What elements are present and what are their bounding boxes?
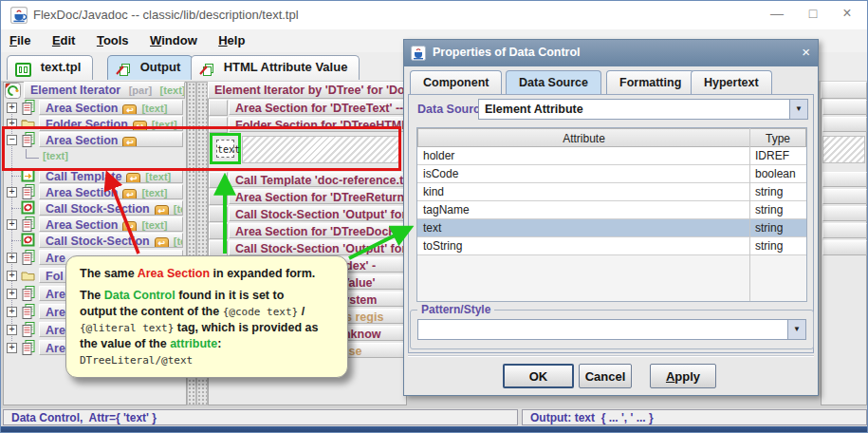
window-bottom-edge xyxy=(1,426,867,433)
expander-icon[interactable]: + xyxy=(7,271,17,281)
expander-icon[interactable]: + xyxy=(7,307,17,317)
close-button[interactable]: × xyxy=(833,5,861,22)
table-row[interactable]: isCodeboolean xyxy=(417,165,806,183)
cancel-button[interactable]: Cancel xyxy=(579,364,632,388)
table-row[interactable]: tagNamestring xyxy=(417,201,806,219)
status-bar: Data Control, Attr={ 'text' } Output: te… xyxy=(1,408,867,426)
expander-icon[interactable]: + xyxy=(7,289,17,299)
menu-file[interactable]: File xyxy=(1,29,39,47)
tree-row[interactable]: Call Stock-Section↩[text] xyxy=(39,200,183,216)
column-header-type[interactable]: Type xyxy=(749,128,806,147)
menu-help[interactable]: Help xyxy=(210,29,253,47)
table-row-selected[interactable]: textstring xyxy=(417,219,806,237)
apply-button[interactable]: Apply xyxy=(650,364,716,388)
table-row[interactable]: kindstring xyxy=(417,183,806,201)
output-row[interactable]: Area Section for 'DTreeReturn' xyxy=(229,189,407,204)
output-row[interactable]: Call Stock-Section 'Output' for ' xyxy=(229,206,407,221)
tree-row-label: Call Stock-Section xyxy=(46,235,150,248)
output-header-label: Element Iterator by 'DTree' for 'Do xyxy=(214,84,405,97)
tree-row[interactable]: Call Stock-Section↩[text] xyxy=(39,233,183,248)
repeat-badge-icon: ↩ xyxy=(122,221,137,232)
area-section-icon xyxy=(21,100,36,115)
tree-row-label: Call Stock-Section xyxy=(46,202,150,216)
tree-header[interactable]: Element Iterator [par] [text] xyxy=(24,82,185,99)
properties-dialog: Properties of Data Control × Component D… xyxy=(403,39,819,396)
callout-line3: output the content of the {@code text} / xyxy=(80,304,336,320)
text-tag: [text] xyxy=(141,103,167,114)
output-row[interactable]: Area Section for 'DTreeText' -- xyxy=(229,100,407,115)
data-control-text-box[interactable]: text xyxy=(216,140,234,158)
tab-text-tpl[interactable]: text.tpl xyxy=(7,55,93,80)
column-header-attribute[interactable]: Attribute xyxy=(417,128,750,147)
tree-row-label: Area Section xyxy=(46,186,118,199)
menu-tools[interactable]: Tools xyxy=(88,29,138,47)
area-section-icon xyxy=(21,322,36,337)
output-row[interactable]: Call Template 'doc-reference.tp xyxy=(229,172,407,187)
expander-icon[interactable]: + xyxy=(7,253,17,263)
output-header[interactable]: Element Iterator by 'DTree' for 'Do xyxy=(208,82,407,99)
pattern-style-combobox[interactable]: ▼ xyxy=(417,319,806,340)
row-handle[interactable] xyxy=(209,172,228,188)
dialog-tab-component[interactable]: Component xyxy=(410,70,502,95)
output-row-label: Call Stock-Section 'Output' for ' xyxy=(235,208,407,221)
call-stock-section-icon xyxy=(21,200,35,215)
tree-row[interactable]: Area Section↩[text] xyxy=(39,100,183,115)
tree-row-label: Are xyxy=(46,306,65,319)
dialog-tab-formatting[interactable]: Formatting xyxy=(606,70,694,95)
attribute-panel-row xyxy=(822,206,867,221)
row-handle[interactable] xyxy=(209,189,228,205)
table-row[interactable]: holderIDREF xyxy=(417,147,806,165)
folder-icon xyxy=(21,269,36,282)
expander-icon[interactable]: + xyxy=(7,187,17,198)
chevron-down-icon[interactable]: ▼ xyxy=(789,100,807,119)
row-handle[interactable] xyxy=(209,223,228,239)
callout-code: {@literal text} xyxy=(80,322,174,334)
area-section-icon xyxy=(21,340,36,355)
callout-green-term: attribute xyxy=(170,337,217,350)
expander-icon[interactable]: + xyxy=(7,219,17,230)
maximize-button[interactable]: □ xyxy=(799,6,827,21)
tree-header-title: Element Iterator xyxy=(30,84,120,97)
output-row[interactable]: Call Stock-Section 'Output' for ' xyxy=(229,240,407,255)
output-row-label: Area Section for 'DTreeDocRo xyxy=(235,225,404,238)
app-window: FlexDoc/Javadoc -- classic/lib/descripti… xyxy=(0,0,868,433)
dialog-title-bar: Properties of Data Control × xyxy=(404,40,818,66)
output-row-label: Area Section for 'DTreeReturn' xyxy=(235,191,407,204)
attribute-panel-row xyxy=(822,189,867,204)
attribute-panel-row xyxy=(822,172,867,187)
table-row[interactable]: toStringstring xyxy=(417,237,806,255)
tree-line xyxy=(11,208,21,210)
expander-icon[interactable]: + xyxy=(7,103,17,113)
selected-data-control[interactable]: text xyxy=(210,133,241,164)
tab-html-attribute-value[interactable]: HTML Attribute Value xyxy=(191,55,360,80)
tree-row-label: Area Section xyxy=(46,102,118,115)
text-tag: [text] xyxy=(145,171,171,182)
dialog-tab-data-source[interactable]: Data Source xyxy=(506,70,601,95)
attribute-panel-row xyxy=(822,100,867,115)
text-tag: [text] xyxy=(160,85,185,96)
menu-edit[interactable]: Edit xyxy=(44,29,84,47)
tree-row[interactable]: Area Section↩[text] xyxy=(39,216,183,232)
ok-button[interactable]: OK xyxy=(503,364,574,388)
row-handle[interactable] xyxy=(209,206,228,222)
tree-row[interactable]: Area Section↩[text] xyxy=(39,184,183,199)
output-row[interactable]: Area Section for 'DTreeDocRo xyxy=(229,223,407,238)
repeat-badge-icon: ↩ xyxy=(155,205,169,216)
row-handle[interactable] xyxy=(209,100,228,116)
text-tag: [text] xyxy=(174,203,183,215)
expander-icon[interactable]: + xyxy=(7,325,17,335)
tree-row-label: Area Section xyxy=(46,218,118,232)
row-handle[interactable] xyxy=(209,240,228,256)
dialog-close-icon[interactable]: × xyxy=(802,44,810,60)
tab-output[interactable]: Output xyxy=(107,55,193,80)
minimize-button[interactable]: — xyxy=(763,6,791,21)
chevron-down-icon[interactable]: ▼ xyxy=(787,320,805,339)
expander-icon[interactable]: + xyxy=(7,343,17,353)
menu-window[interactable]: Window xyxy=(141,29,206,47)
dialog-tab-hypertext[interactable]: Hypertext xyxy=(691,70,772,95)
repeat-badge-icon: ↩ xyxy=(122,189,137,199)
attribute-hatch-area xyxy=(822,136,865,163)
callout-line2: The Data Control found in it is set to xyxy=(80,288,336,304)
attribute-panel-row xyxy=(822,223,867,238)
data-source-combobox[interactable]: Element Attribute ▼ xyxy=(478,99,808,120)
